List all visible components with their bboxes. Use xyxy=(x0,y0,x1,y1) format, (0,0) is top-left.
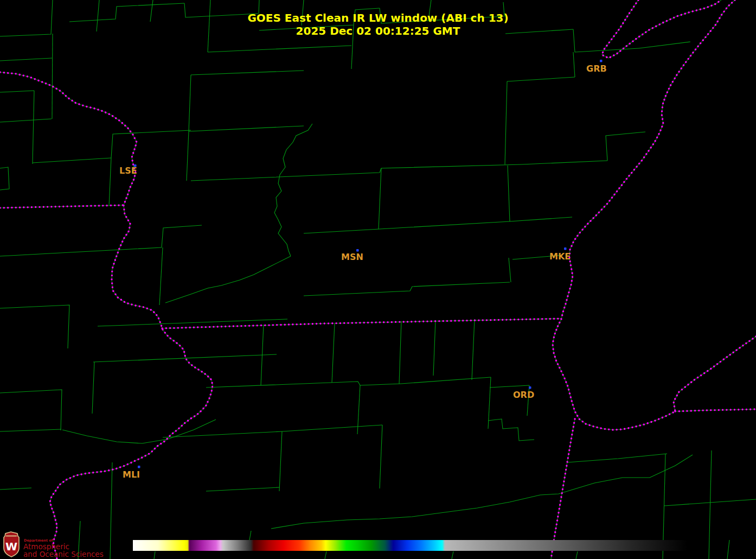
svg-text:W: W xyxy=(5,540,17,553)
temperature-colorbar xyxy=(133,540,687,551)
station-dot-icon xyxy=(529,386,531,389)
satellite-map: LSEGRBMSNMKEORDMLI GOES East Clean IR LW… xyxy=(0,0,756,559)
uw-crest-icon: W xyxy=(4,532,19,557)
station-dot-icon xyxy=(564,247,567,250)
title-line-1: GOES East Clean IR LW window (ABI ch 13) xyxy=(247,11,508,24)
title-line-2: 2025 Dec 02 00:12:25 GMT xyxy=(296,24,460,37)
station-label-grb: GRB xyxy=(586,63,607,74)
station-dot-icon xyxy=(138,466,140,468)
station-label-msn: MSN xyxy=(341,252,363,262)
station-label-lse: LSE xyxy=(119,166,137,176)
station-label-mli: MLI xyxy=(123,469,140,480)
map-background xyxy=(0,0,756,559)
station-label-ord: ORD xyxy=(513,390,534,400)
logo-line-2: and Oceanic Sciences xyxy=(23,550,104,558)
station-marker-lse: LSE xyxy=(119,164,137,176)
station-dot-icon xyxy=(356,249,359,252)
station-dot-icon xyxy=(600,60,603,62)
station-label-mke: MKE xyxy=(549,251,571,262)
goes-satellite-image-viewer: LSEGRBMSNMKEORDMLI GOES East Clean IR LW… xyxy=(0,0,756,559)
